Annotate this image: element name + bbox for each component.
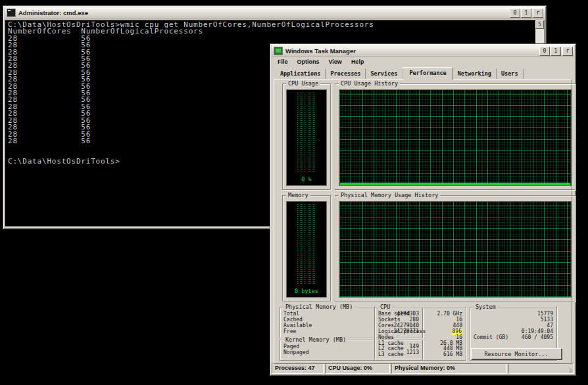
task-manager-window: Windows Task Manager 0 1 r File Options … [270, 43, 576, 376]
tab-services[interactable]: Services [366, 69, 403, 79]
menu-file[interactable]: File [273, 58, 293, 65]
status-bar: Processes: 47 CPU Usage: 0% Physical Mem… [272, 363, 574, 374]
cpu-stats-group-title: CPU [378, 304, 392, 310]
cmd-window-title: Administrator: cmd.exe [18, 9, 507, 16]
tab-processes[interactable]: Processes [326, 69, 366, 79]
menu-help[interactable]: Help [347, 58, 369, 65]
status-physical-memory: Physical Memory: 0% [391, 363, 507, 374]
task-manager-window-controls: 0 1 r [539, 47, 573, 56]
minimize-button[interactable]: 0 [510, 9, 520, 18]
tab-performance[interactable]: Performance [403, 67, 453, 80]
close-button[interactable]: r [533, 9, 543, 18]
stat-row: L3 cache 616 MB [376, 352, 464, 358]
maximize-button[interactable]: 1 [551, 47, 561, 56]
resource-monitor-button[interactable]: Resource Monitor... [471, 348, 562, 359]
memory-value: 0 bytes [287, 288, 326, 294]
physical-memory-group-title: Physical Memory (MB) [283, 304, 355, 310]
memory-history-group: Physical Memory Usage History [335, 195, 576, 302]
cpu-usage-value: 0 % [287, 176, 326, 183]
stat-row: Commit (GB) 460 / 4095 [472, 335, 555, 341]
stat-row: 5133 [472, 317, 555, 323]
system-rows: 15779 5133 47 [472, 311, 555, 341]
minimize-button[interactable]: 0 [539, 47, 550, 56]
memory-gauge[interactable]: 0 bytes [286, 201, 327, 298]
close-button[interactable]: r [562, 47, 573, 56]
tab-strip: Applications Processes Services Performa… [276, 68, 572, 79]
cpu-usage-group-title: CPU Usage [286, 81, 320, 87]
cpu-stats-rows: Base speed 2.70 GHz Sockets 16 Cores 448 [376, 311, 464, 358]
menu-view[interactable]: View [324, 58, 347, 65]
tab-networking[interactable]: Networking [453, 69, 497, 79]
cmd-icon [7, 9, 16, 17]
cpu-history-group: CPU Usage History [335, 83, 576, 190]
status-spacer: p [508, 363, 574, 374]
tab-applications[interactable]: Applications [276, 69, 326, 79]
cmd-window-controls: 0 1 r [510, 9, 543, 18]
cpu-history-group-title: CPU Usage History [339, 81, 400, 87]
menubar: File Options View Help [272, 57, 574, 66]
performance-tab-page: CPU Usage 0 % CPU Usage History Memory [274, 79, 572, 364]
status-cpu-usage: CPU Usage: 0% [325, 363, 390, 374]
memory-group-title: Memory [286, 192, 310, 198]
desktop: Administrator: cmd.exe 0 1 r C:\Data\Hos… [0, 0, 588, 385]
stat-value: 460 / 4095 [522, 335, 553, 341]
task-manager-title: Windows Task Manager [285, 47, 537, 55]
cpu-usage-group: CPU Usage 0 % [282, 83, 331, 190]
kernel-memory-group-title: Kernel Memory (MB) [283, 337, 348, 343]
cmd-titlebar[interactable]: Administrator: cmd.exe 0 1 r [5, 7, 545, 19]
stat-label: Commit (GB) [474, 335, 508, 341]
memory-group: Memory 0 bytes [282, 195, 331, 302]
physical-memory-history-graph[interactable] [339, 201, 572, 298]
memory-history-group-title: Physical Memory Usage History [339, 192, 440, 198]
cpu-usage-history-graph[interactable] [339, 89, 572, 186]
stat-value: 616 MB [443, 352, 462, 358]
resize-grip-icon[interactable]: p [570, 367, 573, 373]
maximize-button[interactable]: 1 [521, 9, 531, 18]
stat-label: L3 cache [378, 352, 404, 358]
task-manager-titlebar[interactable]: Windows Task Manager 0 1 r [272, 45, 574, 57]
cpu-history-trace [340, 183, 570, 185]
scroll-up-button[interactable]: 5 [535, 20, 544, 29]
memory-led-columns [297, 204, 316, 284]
cpu-stats-group: CPU Base speed 2.70 GHz Sockets 16 [374, 307, 466, 361]
stat-label: Nonpaged [283, 350, 309, 356]
cpu-usage-led-columns [297, 93, 316, 172]
stat-label: Free [283, 329, 296, 335]
task-manager-icon [274, 47, 283, 55]
menu-options[interactable]: Options [293, 58, 324, 65]
cpu-usage-gauge[interactable]: 0 % [286, 89, 327, 186]
system-group-title: System [474, 304, 498, 310]
tab-users[interactable]: Users [497, 69, 524, 79]
status-processes: Processes: 47 [272, 363, 324, 374]
